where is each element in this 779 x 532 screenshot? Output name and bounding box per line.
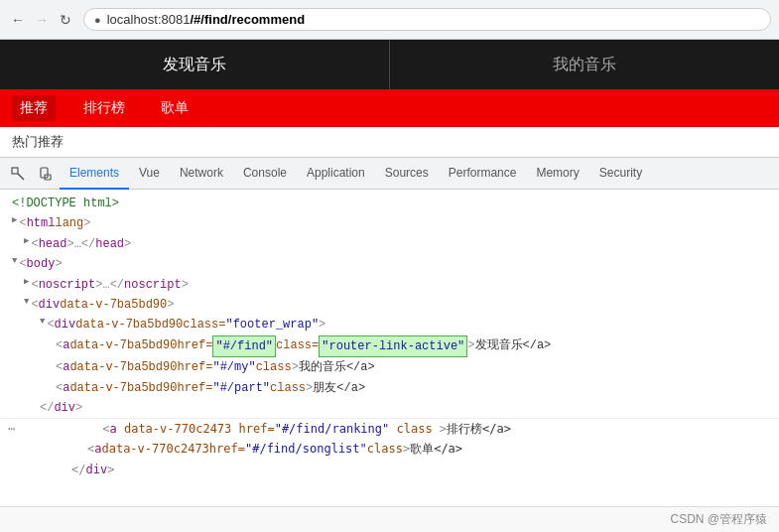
nav-my-music[interactable]: 我的音乐 [390, 40, 779, 89]
code-line-a-part[interactable]: <a data-v-7ba5bd90 href="#/part" class >… [8, 378, 771, 398]
code-line-ranking-row: ⋯ <a data-v-770c2473 href="#/find/rankin… [8, 419, 771, 439]
tab-security[interactable]: Security [589, 158, 652, 190]
section-title: 热门推荐 [0, 127, 779, 157]
devtools-extra-lines: ⋯ <a data-v-770c2473 href="#/find/rankin… [0, 418, 779, 479]
devtools-content: <!DOCTYPE html> ▶ <html lang> ▶ <head>…<… [0, 190, 779, 418]
url-prefix: localhost:8081 [107, 12, 191, 27]
tab-sources[interactable]: Sources [375, 158, 439, 190]
code-line-body[interactable]: ▼ <body> [8, 254, 771, 274]
watermark-bar: CSDN @管程序猿 [0, 506, 779, 532]
code-line-a-find[interactable]: <a data-v-7ba5bd90 href="#/find" class="… [8, 335, 771, 357]
tab-memory[interactable]: Memory [526, 158, 588, 190]
browser-chrome: ← → ↻ ● localhost:8081/#/find/recommend [0, 0, 779, 40]
three-dots-icon[interactable]: ⋯ [8, 419, 15, 439]
sub-nav-recommend[interactable]: 推荐 [12, 95, 56, 121]
url-highlight: /#/find/recommend [191, 12, 306, 27]
code-line-close-div2: </div> [8, 460, 771, 479]
tab-application[interactable]: Application [297, 158, 375, 190]
tab-console[interactable]: Console [233, 158, 297, 190]
svg-rect-0 [12, 168, 18, 174]
lock-icon: ● [94, 14, 101, 26]
code-line-noscript[interactable]: ▶ <noscript>…</noscript> [8, 275, 771, 295]
sub-nav-ranking[interactable]: 排行榜 [75, 95, 133, 121]
refresh-button[interactable]: ↻ [56, 10, 75, 30]
devtools-panel: Elements Vue Network Console Application… [0, 157, 779, 479]
tab-performance[interactable]: Performance [439, 158, 527, 190]
watermark-text: CSDN @管程序猿 [670, 512, 767, 526]
back-button[interactable]: ← [8, 10, 28, 30]
device-icon[interactable] [32, 160, 60, 188]
forward-button[interactable]: → [32, 10, 52, 30]
code-line-head[interactable]: ▶ <head>…</head> [8, 234, 771, 254]
sub-nav-songlist[interactable]: 歌单 [153, 95, 196, 121]
inspect-icon[interactable] [4, 160, 32, 188]
code-line-songlist: <a data-v-770c2473 href="#/find/songlist… [8, 439, 771, 459]
tab-vue[interactable]: Vue [129, 158, 170, 190]
code-line-html[interactable]: ▶ <html lang> [8, 213, 771, 233]
address-bar[interactable]: ● localhost:8081/#/find/recommend [83, 8, 771, 31]
code-line-doctype: <!DOCTYPE html> [8, 194, 771, 213]
nav-buttons: ← → ↻ [8, 10, 75, 30]
code-line-close-div1: </div> [8, 398, 771, 418]
tab-network[interactable]: Network [170, 158, 233, 190]
code-line-div1[interactable]: ▼ <div data-v-7ba5bd90> [8, 295, 771, 315]
svg-line-1 [18, 174, 24, 180]
devtools-toolbar: Elements Vue Network Console Application… [0, 158, 779, 190]
nav-find-music[interactable]: 发现音乐 [0, 40, 389, 89]
code-line-footer-wrap[interactable]: ▼ <div data-v-7ba5bd90 class="footer_wra… [8, 315, 771, 334]
app-header: 发现音乐 我的音乐 [0, 40, 779, 89]
code-line-a-my[interactable]: <a data-v-7ba5bd90 href="#/my" class >我的… [8, 357, 771, 377]
tab-elements[interactable]: Elements [60, 158, 129, 190]
sub-nav: 推荐 排行榜 歌单 [0, 89, 779, 127]
address-text: localhost:8081/#/find/recommend [107, 12, 760, 27]
